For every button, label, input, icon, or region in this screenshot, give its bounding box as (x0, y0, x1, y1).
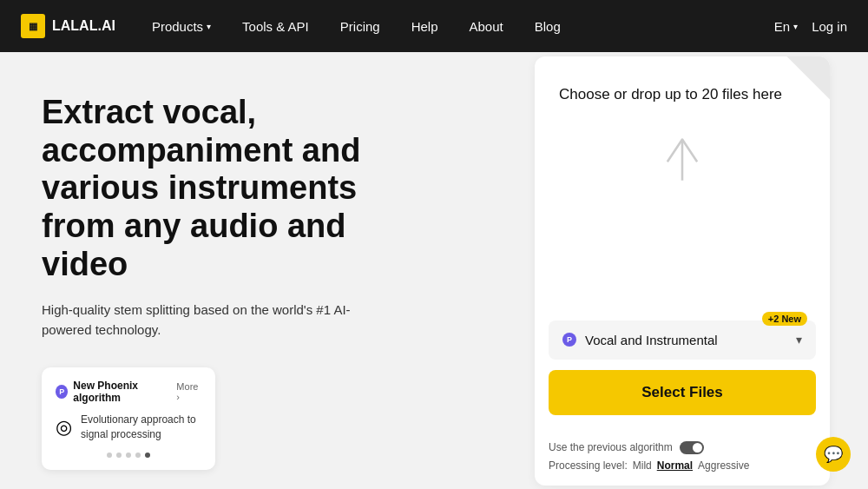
more-link[interactable]: More › (176, 381, 201, 402)
upload-arrow-icon (656, 132, 708, 184)
upload-area[interactable]: Choose or drop up to 20 files here (535, 56, 830, 317)
hero-subtitle: High-quality stem splitting based on the… (42, 301, 354, 340)
language-selector[interactable]: En ▾ (774, 19, 798, 34)
chevron-down-icon: ▾ (207, 22, 211, 31)
select-files-button[interactable]: Select Files (549, 370, 816, 415)
feature-card-desc: Evolutionary approach to signal processi… (81, 413, 201, 442)
spiral-icon: ◎ (56, 416, 72, 439)
dot-2[interactable] (116, 453, 122, 458)
card-dots (56, 453, 201, 458)
prev-algorithm-toggle[interactable] (680, 441, 704, 454)
logo-text: LALAL.AI (52, 18, 115, 34)
nav-item-about[interactable]: About (454, 0, 519, 52)
nav-item-tools[interactable]: Tools & API (227, 0, 325, 52)
level-aggressive[interactable]: Aggressive (698, 459, 749, 472)
p-badge-icon: P (56, 385, 68, 399)
level-normal[interactable]: Normal (657, 459, 693, 472)
toggle-label: Use the previous algorithm (549, 441, 673, 453)
main-content: Extract vocal, accompaniment and various… (0, 52, 868, 489)
upload-hint: Choose or drop up to 20 files here (559, 84, 782, 105)
chevron-down-icon: ▾ (796, 333, 802, 347)
nav-items: Products ▾ Tools & API Pricing Help Abou… (136, 0, 774, 52)
dropdown-btn-left: P Vocal and Instrumental (562, 333, 718, 347)
dropdown-section: +2 New P Vocal and Instrumental ▾ Select… (535, 320, 830, 441)
bottom-options: Use the previous algorithm Processing le… (535, 441, 830, 486)
toggle-row: Use the previous algorithm (549, 441, 816, 454)
dropdown-wrapper: +2 New P Vocal and Instrumental ▾ (549, 320, 816, 360)
navbar: ▦ LALAL.AI Products ▾ Tools & API Pricin… (0, 0, 868, 52)
level-mild[interactable]: Mild (633, 459, 652, 472)
logo-icon: ▦ (21, 14, 45, 38)
chevron-down-icon: ▾ (793, 22, 798, 31)
processing-label: Processing level: (549, 459, 628, 472)
nav-item-help[interactable]: Help (396, 0, 454, 52)
upload-card: Choose or drop up to 20 files here +2 Ne… (535, 56, 830, 486)
dot-4[interactable] (135, 453, 141, 458)
dot-1[interactable] (107, 453, 112, 458)
feature-card-body: ◎ Evolutionary approach to signal proces… (56, 413, 201, 442)
stem-type-dropdown[interactable]: P Vocal and Instrumental ▾ (549, 320, 816, 360)
logo[interactable]: ▦ LALAL.AI (21, 14, 115, 38)
feature-card-header: P New Phoenix algorithm More › (56, 380, 201, 404)
hero-title: Extract vocal, accompaniment and various… (42, 94, 415, 283)
nav-right: En ▾ Log in (774, 19, 847, 34)
chat-button[interactable]: 💬 (816, 437, 851, 472)
upload-icon-area (559, 132, 806, 184)
feature-card-title: P New Phoenix algorithm (56, 380, 176, 404)
nav-item-pricing[interactable]: Pricing (325, 0, 396, 52)
nav-item-products[interactable]: Products ▾ (136, 0, 227, 52)
chat-icon: 💬 (824, 445, 843, 464)
feature-card: P New Phoenix algorithm More › ◎ Evoluti… (42, 367, 215, 470)
nav-item-blog[interactable]: Blog (519, 0, 576, 52)
dot-3[interactable] (126, 453, 131, 458)
new-badge: +2 New (762, 312, 807, 326)
dropdown-p-icon: P (562, 333, 576, 347)
login-button[interactable]: Log in (812, 19, 847, 34)
left-panel: Extract vocal, accompaniment and various… (0, 52, 503, 489)
dot-5[interactable] (145, 453, 150, 458)
right-panel: Choose or drop up to 20 files here +2 Ne… (503, 52, 868, 489)
processing-row: Processing level: Mild Normal Aggressive (549, 459, 816, 472)
